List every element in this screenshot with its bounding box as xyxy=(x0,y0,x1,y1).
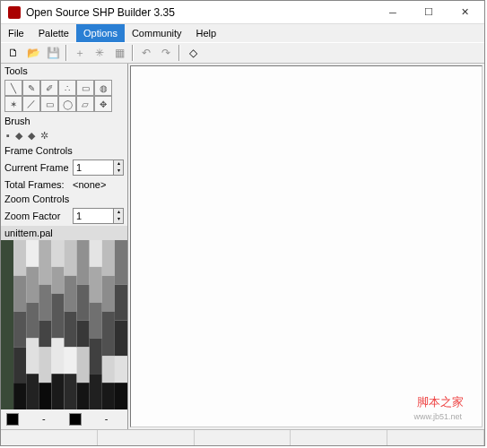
save-icon: 💾 xyxy=(44,44,62,62)
close-button[interactable]: ✕ xyxy=(447,2,483,23)
foreground-color-swatch[interactable] xyxy=(6,413,19,426)
svg-rect-17 xyxy=(51,267,64,294)
titlebar: Open Source SHP Builder 3.35 ─ ☐ ✕ xyxy=(1,1,484,24)
watermark-url: www.jb51.net xyxy=(413,412,462,421)
tool-wand[interactable]: ✶ xyxy=(4,96,22,112)
total-frames-value: <none> xyxy=(73,179,106,190)
svg-rect-22 xyxy=(65,276,77,312)
svg-rect-40 xyxy=(102,383,115,409)
svg-rect-4 xyxy=(13,347,26,383)
frame-controls-label: Frame Controls xyxy=(1,143,127,158)
window-title: Open Source SHP Builder 3.35 xyxy=(26,6,375,19)
svg-rect-25 xyxy=(65,374,77,409)
brush-medium-icon[interactable]: ◆ xyxy=(28,130,35,142)
current-frame-spinner[interactable]: ▴▾ xyxy=(73,159,124,176)
svg-rect-20 xyxy=(51,374,64,409)
brush-label: Brush xyxy=(1,114,127,128)
brush-small-icon[interactable]: ◆ xyxy=(15,130,22,142)
tool-select[interactable]: ▭ xyxy=(76,80,94,96)
tool-brush[interactable]: ✎ xyxy=(22,80,40,96)
svg-rect-6 xyxy=(26,240,39,267)
watermark-text: 脚本之家 xyxy=(417,394,464,410)
tool-rect[interactable]: ▭ xyxy=(40,96,58,112)
tool-spray[interactable]: ∴ xyxy=(58,80,76,96)
tool-ellipse[interactable]: ◯ xyxy=(58,96,76,112)
minimize-button[interactable]: ─ xyxy=(375,2,411,23)
separator xyxy=(132,45,134,61)
svg-rect-19 xyxy=(51,338,64,374)
tools-panel: ╲ ✎ ✐ ∴ ▭ ◍ ✶ ／ ▭ ◯ ▱ ✥ xyxy=(1,78,127,114)
zoom-factor-spinner[interactable]: ▴▾ xyxy=(73,208,124,224)
svg-rect-12 xyxy=(39,285,51,321)
spin-down-icon[interactable]: ▾ xyxy=(113,216,123,223)
svg-rect-28 xyxy=(77,321,90,348)
tool-dropper[interactable]: ✐ xyxy=(40,80,58,96)
spin-down-icon[interactable]: ▾ xyxy=(113,168,123,175)
svg-rect-26 xyxy=(77,240,90,285)
target-icon: ✳ xyxy=(91,44,109,62)
svg-rect-1 xyxy=(13,240,26,276)
swatch-sep: - xyxy=(105,413,109,426)
new-icon[interactable]: 🗋 xyxy=(4,44,22,62)
tool-pencil[interactable]: ／ xyxy=(22,96,40,112)
zoom-factor-label: Zoom Factor xyxy=(4,211,69,221)
svg-rect-15 xyxy=(39,383,51,409)
statusbar xyxy=(1,429,484,445)
svg-rect-8 xyxy=(26,303,39,339)
svg-rect-13 xyxy=(39,321,51,348)
swatch-sep: - xyxy=(42,413,46,426)
svg-rect-18 xyxy=(51,294,64,339)
palette-grid[interactable] xyxy=(1,240,127,409)
toolbar: 🗋 📂 💾 ＋ ✳ ▦ ↶ ↷ ◇ xyxy=(1,42,484,64)
svg-rect-33 xyxy=(90,303,102,339)
svg-rect-39 xyxy=(102,356,115,383)
current-frame-input[interactable] xyxy=(74,162,113,173)
canvas-area[interactable]: 脚本之家 www.jb51.net xyxy=(130,65,483,427)
maximize-button[interactable]: ☐ xyxy=(411,2,447,23)
svg-rect-7 xyxy=(26,267,39,303)
brush-panel: ▪ ◆ ◆ ✲ xyxy=(1,128,127,143)
svg-rect-36 xyxy=(102,240,115,276)
brush-tiny-icon[interactable]: ▪ xyxy=(6,130,10,142)
tool-move[interactable]: ✥ xyxy=(94,96,112,112)
svg-rect-42 xyxy=(115,285,127,321)
palette-filename: unittem.pal xyxy=(1,226,127,240)
redo-icon: ↷ xyxy=(157,44,175,62)
svg-rect-21 xyxy=(65,240,77,276)
menu-community[interactable]: Community xyxy=(125,24,189,42)
svg-rect-27 xyxy=(77,285,90,321)
svg-rect-34 xyxy=(90,338,102,374)
svg-rect-37 xyxy=(102,276,115,312)
menu-options[interactable]: Options xyxy=(76,24,125,42)
svg-rect-11 xyxy=(39,240,51,285)
open-icon[interactable]: 📂 xyxy=(24,44,42,62)
separator xyxy=(178,45,180,61)
total-frames-label: Total Frames: xyxy=(4,179,69,190)
svg-rect-3 xyxy=(13,312,26,348)
svg-rect-16 xyxy=(51,240,64,267)
brush-large-icon[interactable]: ✲ xyxy=(40,130,48,142)
menu-file[interactable]: File xyxy=(1,24,31,42)
undo-icon: ↶ xyxy=(137,44,155,62)
menu-palette[interactable]: Palette xyxy=(31,24,76,42)
current-frame-label: Current Frame xyxy=(4,162,69,173)
eraser-icon[interactable]: ◇ xyxy=(184,44,202,62)
svg-rect-24 xyxy=(65,347,77,374)
svg-rect-41 xyxy=(115,240,127,285)
tool-line[interactable]: ╲ xyxy=(4,80,22,96)
tool-erase[interactable]: ▱ xyxy=(76,96,94,112)
svg-rect-14 xyxy=(39,347,51,383)
tool-fill[interactable]: ◍ xyxy=(94,80,112,96)
background-color-swatch[interactable] xyxy=(69,413,82,426)
plus-icon: ＋ xyxy=(71,44,89,62)
zoom-controls-label: Zoom Controls xyxy=(1,192,127,206)
menu-help[interactable]: Help xyxy=(189,24,224,42)
tools-label: Tools xyxy=(1,64,127,78)
zoom-factor-input[interactable] xyxy=(74,211,113,221)
svg-rect-32 xyxy=(90,267,102,303)
spin-up-icon[interactable]: ▴ xyxy=(113,160,123,168)
svg-rect-9 xyxy=(26,338,39,374)
sidebar: Tools ╲ ✎ ✐ ∴ ▭ ◍ ✶ ／ ▭ ◯ ▱ ✥ xyxy=(1,64,128,429)
menubar: File Palette Options Community Help xyxy=(1,24,484,42)
spin-up-icon[interactable]: ▴ xyxy=(113,209,123,216)
